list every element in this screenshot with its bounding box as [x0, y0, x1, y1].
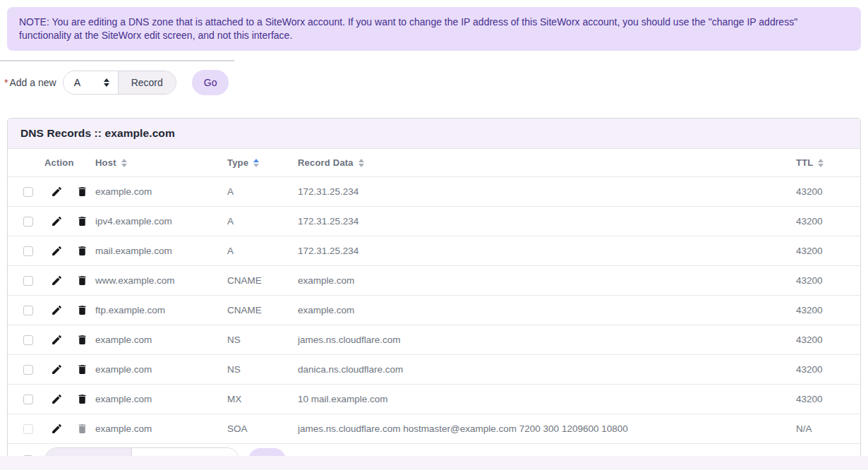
delete-button[interactable] — [68, 275, 95, 287]
row-checkbox[interactable] — [23, 335, 33, 345]
record-type-group: A Record — [63, 71, 176, 95]
type-cell: A — [227, 216, 298, 227]
record-data-cell: james.ns.cloudflare.com — [298, 335, 796, 345]
ttl-cell: 43200 — [796, 335, 860, 345]
page: NOTE: You are editing a DNS zone that is… — [0, 0, 868, 456]
ttl-cell: 43200 — [796, 246, 860, 256]
row-checkbox[interactable] — [23, 246, 33, 256]
table-row: ftp.example.com CNAME example.com 43200 — [8, 295, 860, 325]
column-header-host[interactable]: Host — [95, 157, 227, 168]
delete-button[interactable] — [68, 393, 95, 405]
trash-icon — [76, 186, 88, 198]
sort-arrows-icon[interactable] — [253, 159, 259, 167]
ttl-cell: 43200 — [796, 186, 860, 197]
host-cell: www.example.com — [95, 275, 227, 286]
ttl-cell: 43200 — [796, 275, 860, 286]
sort-arrows-icon[interactable] — [818, 159, 824, 167]
row-checkbox[interactable] — [23, 217, 33, 227]
bulk-action-value: Delete — [143, 454, 171, 457]
host-cell: example.com — [95, 394, 227, 404]
add-record-go-button[interactable]: Go — [192, 70, 229, 95]
record-data-cell: james.ns.cloudflare.com hostmaster@examp… — [298, 423, 796, 434]
edit-button[interactable] — [44, 186, 68, 198]
trash-icon — [76, 275, 88, 287]
table-row: example.com SOA james.ns.cloudflare.com … — [8, 414, 860, 443]
table-row: mail.example.com A 172.31.25.234 43200 — [8, 236, 860, 265]
ttl-cell: 43200 — [796, 394, 860, 404]
delete-button[interactable] — [68, 215, 95, 227]
table-row: example.com NS danica.ns.cloudflare.com … — [8, 354, 860, 384]
trash-icon — [76, 393, 88, 405]
table-row: example.com MX 10 mail.example.com 43200 — [8, 384, 860, 414]
table-row: example.com NS james.ns.cloudflare.com 4… — [8, 325, 860, 354]
delete-button — [68, 423, 95, 435]
record-data-cell: example.com — [298, 275, 796, 286]
record-data-cell: example.com — [298, 305, 796, 315]
ttl-cell: 43200 — [796, 216, 860, 227]
column-header-type[interactable]: Type — [227, 157, 298, 168]
type-cell: CNAME — [227, 275, 298, 286]
panel-title: DNS Records :: example.com — [8, 119, 860, 149]
edit-button[interactable] — [44, 275, 68, 287]
bulk-action-select[interactable]: Delete — [132, 448, 239, 457]
sort-arrows-icon[interactable] — [358, 159, 364, 167]
host-cell: ipv4.example.com — [95, 216, 227, 227]
column-header-ttl[interactable]: TTL — [796, 157, 860, 168]
up-down-stepper-icon — [224, 456, 229, 457]
row-checkbox[interactable] — [23, 187, 33, 197]
ttl-cell: N/A — [796, 423, 860, 434]
record-suffix-label: Record — [119, 71, 176, 94]
add-record-label: Add a new — [9, 77, 56, 88]
ttl-cell: 43200 — [796, 305, 860, 315]
bulk-action-go-button[interactable]: Go — [248, 448, 286, 457]
required-marker: * — [4, 77, 8, 88]
record-type-value: A — [74, 77, 80, 88]
trash-icon — [76, 245, 88, 257]
add-record-form: * Add a new A Record Go — [0, 60, 234, 105]
pencil-icon — [51, 215, 63, 227]
row-checkbox[interactable] — [23, 306, 33, 315]
delete-button[interactable] — [68, 334, 95, 346]
row-checkbox[interactable] — [23, 424, 33, 434]
delete-button[interactable] — [68, 186, 95, 198]
pencil-icon — [51, 334, 63, 346]
row-checkbox[interactable] — [23, 276, 33, 286]
pencil-icon — [51, 304, 63, 316]
pencil-icon — [51, 393, 63, 405]
edit-button[interactable] — [44, 215, 68, 227]
edit-button[interactable] — [44, 245, 68, 257]
delete-button[interactable] — [68, 245, 95, 257]
ttl-cell: 43200 — [796, 364, 860, 375]
note-banner: NOTE: You are editing a DNS zone that is… — [7, 7, 861, 51]
record-data-cell: 10 mail.example.com — [298, 394, 796, 404]
table-row: www.example.com CNAME example.com 43200 — [8, 265, 860, 295]
edit-button[interactable] — [44, 423, 68, 435]
type-cell: A — [227, 246, 298, 256]
trash-icon — [76, 334, 88, 346]
edit-button[interactable] — [44, 393, 68, 405]
type-cell: CNAME — [227, 305, 298, 315]
select-all-checkbox[interactable] — [23, 455, 33, 457]
column-header-record-data[interactable]: Record Data — [298, 157, 796, 168]
type-cell: NS — [227, 364, 298, 375]
trash-icon — [76, 215, 88, 227]
table-row: example.com A 172.31.25.234 43200 — [8, 176, 860, 206]
trash-icon — [76, 363, 88, 375]
edit-button[interactable] — [44, 334, 68, 346]
table-body: example.com A 172.31.25.234 43200 ipv4.e… — [8, 176, 860, 443]
delete-button[interactable] — [68, 363, 95, 375]
host-cell: example.com — [95, 335, 227, 345]
edit-button[interactable] — [44, 363, 68, 375]
host-cell: example.com — [95, 186, 227, 197]
row-checkbox[interactable] — [23, 365, 33, 375]
delete-button[interactable] — [68, 304, 95, 316]
type-cell: MX — [227, 394, 298, 404]
record-type-select[interactable]: A — [64, 71, 119, 94]
host-cell: example.com — [95, 364, 227, 375]
record-data-cell: 172.31.25.234 — [298, 246, 796, 256]
row-checkbox[interactable] — [23, 394, 33, 404]
edit-button[interactable] — [44, 304, 68, 316]
sort-arrows-icon[interactable] — [121, 159, 127, 167]
dns-records-panel: DNS Records :: example.com Action Host T… — [7, 118, 861, 456]
table-row: ipv4.example.com A 172.31.25.234 43200 — [8, 206, 860, 236]
